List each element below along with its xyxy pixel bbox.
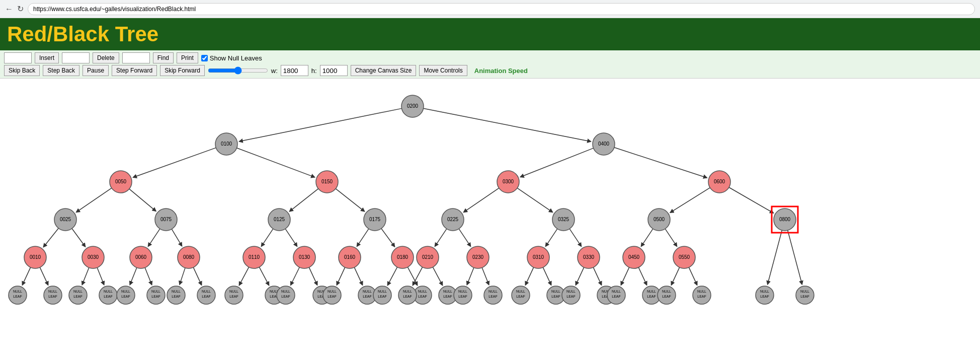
refresh-button[interactable]: ↻ <box>17 4 24 14</box>
tree-edge <box>407 267 417 285</box>
svg-text:0450: 0450 <box>628 254 640 260</box>
tree-node: NULLLEAF <box>44 286 62 304</box>
tree-edge <box>381 229 395 247</box>
tree-edge <box>517 188 552 212</box>
tree-edge <box>467 267 474 285</box>
svg-text:0050: 0050 <box>115 179 127 184</box>
svg-text:LEAF: LEAF <box>229 295 238 298</box>
skip-forward-button[interactable]: Skip Forward <box>160 65 205 76</box>
tree-node: 0080 <box>178 246 200 268</box>
delete-button[interactable]: Delete <box>93 52 119 63</box>
tree-node: NULLLEAF <box>756 286 774 304</box>
show-null-leaves-label[interactable]: Show Null Leaves <box>201 54 262 62</box>
tree-edge <box>689 267 697 285</box>
svg-text:LEAF: LEAF <box>403 295 412 298</box>
back-button[interactable]: ← <box>5 5 13 14</box>
tree-edge <box>593 267 601 285</box>
tree-node: 0030 <box>82 246 104 268</box>
tree-node: 0500 <box>648 209 670 231</box>
tree-node: NULLLEAF <box>398 286 417 304</box>
svg-text:NULL: NULL <box>202 290 211 293</box>
svg-text:0325: 0325 <box>558 217 569 222</box>
tree-node: NULLLEAF <box>693 286 711 304</box>
move-controls-button[interactable]: Move Controls <box>419 65 467 76</box>
tree-node: 0230 <box>467 246 489 268</box>
svg-text:0600: 0600 <box>714 179 725 184</box>
pause-button[interactable]: Pause <box>83 65 109 76</box>
tree-edge <box>72 229 86 247</box>
find-button[interactable]: Find <box>153 52 174 63</box>
tree-edge <box>129 189 156 211</box>
tree-node: 0300 <box>497 171 519 193</box>
tree-edge <box>435 229 446 246</box>
tree-node: 0150 <box>316 171 338 193</box>
insert-input[interactable] <box>4 52 32 63</box>
tree-node: NULLLEAF <box>454 286 472 304</box>
tree-svg: 0200010004000050015003000600002500750125… <box>0 79 980 340</box>
tree-node: 0800 <box>772 206 798 233</box>
svg-text:0150: 0150 <box>321 179 333 184</box>
svg-text:LEAF: LEAF <box>697 295 706 298</box>
insert-button[interactable]: Insert <box>35 52 59 63</box>
svg-text:NULL: NULL <box>363 290 372 293</box>
svg-text:LEAF: LEAF <box>612 295 621 298</box>
svg-text:0080: 0080 <box>183 254 195 260</box>
tree-edge <box>40 267 48 285</box>
tree-edge <box>172 229 182 246</box>
tree-edge <box>424 108 591 142</box>
svg-text:0500: 0500 <box>654 217 665 222</box>
tree-edge <box>788 230 802 284</box>
speed-slider[interactable] <box>208 66 268 75</box>
url-bar[interactable] <box>28 3 975 15</box>
tree-edge <box>614 148 707 178</box>
tree-edge <box>768 230 782 284</box>
tree-edge <box>309 267 317 285</box>
tree-edge <box>259 267 269 285</box>
tree-node: 0225 <box>442 209 464 231</box>
step-back-button[interactable]: Step Back <box>43 65 79 76</box>
svg-text:0010: 0010 <box>30 254 41 260</box>
w-input[interactable] <box>281 65 308 76</box>
svg-text:0300: 0300 <box>503 179 514 184</box>
animation-speed-label: Animation Speed <box>474 67 528 75</box>
show-null-leaves-checkbox[interactable] <box>201 55 208 61</box>
svg-text:0175: 0175 <box>369 217 381 222</box>
tree-node: 0075 <box>155 209 177 231</box>
svg-text:NULL: NULL <box>647 290 656 293</box>
svg-text:NULL: NULL <box>13 290 22 293</box>
delete-input[interactable] <box>62 52 90 63</box>
svg-text:0025: 0025 <box>60 217 71 222</box>
tree-node: NULLLEAF <box>484 286 502 304</box>
tree-node: 0310 <box>527 246 549 268</box>
svg-text:NULL: NULL <box>48 290 57 293</box>
h-input[interactable] <box>320 65 348 76</box>
step-forward-button[interactable]: Step Forward <box>112 65 157 76</box>
tree-node: 0110 <box>243 246 265 268</box>
svg-text:LEAF: LEAF <box>363 295 372 298</box>
svg-text:LEAF: LEAF <box>800 295 809 298</box>
print-button[interactable]: Print <box>177 52 198 63</box>
svg-text:0230: 0230 <box>472 254 484 260</box>
controls-row-2: Skip Back Step Back Pause Step Forward S… <box>4 65 976 76</box>
find-input[interactable] <box>122 52 150 63</box>
svg-text:LEAF: LEAF <box>104 295 113 298</box>
svg-text:NULL: NULL <box>458 290 467 293</box>
svg-text:NULL: NULL <box>662 290 671 293</box>
tree-edge <box>239 108 401 141</box>
tree-node: 0160 <box>339 246 361 268</box>
tree-edge <box>387 267 397 285</box>
h-label: h: <box>311 67 317 75</box>
skip-back-button[interactable]: Skip Back <box>4 65 40 76</box>
tree-node: 0200 <box>401 95 424 117</box>
svg-text:LEAF: LEAF <box>662 295 671 298</box>
change-canvas-button[interactable]: Change Canvas Size <box>351 65 417 76</box>
svg-text:NULL: NULL <box>328 290 337 293</box>
svg-text:0110: 0110 <box>249 254 260 260</box>
svg-text:NULL: NULL <box>516 290 525 293</box>
svg-text:NULL: NULL <box>172 290 181 293</box>
tree-edge <box>193 267 201 285</box>
svg-text:LEAF: LEAF <box>488 295 498 298</box>
svg-text:0550: 0550 <box>679 254 690 260</box>
svg-text:LEAF: LEAF <box>73 295 83 298</box>
svg-text:0125: 0125 <box>274 217 285 222</box>
